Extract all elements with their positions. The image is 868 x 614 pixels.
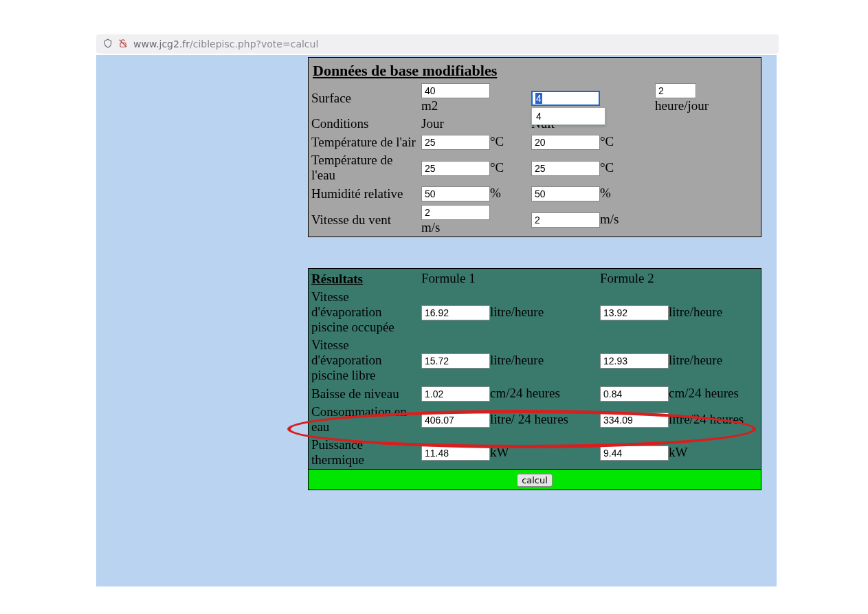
surface-input[interactable] [421,83,490,98]
conso-f1[interactable] [421,413,490,428]
vent-day-input[interactable] [421,205,490,220]
teau-label: Température de l'eau [309,151,419,184]
pth-label: Puissance thermique [309,436,419,469]
hum-night-input[interactable] [531,186,600,201]
vent-label: Vitesse du vent [309,203,419,237]
baisse-f1[interactable] [421,386,490,402]
input-panel: Données de base modifiables Surface m2 4… [308,57,761,237]
lock-slash-icon [118,39,128,50]
col2-select-input[interactable]: 4 [531,91,600,106]
page-background: Données de base modifiables Surface m2 4… [96,55,777,586]
evap-lib-f1[interactable] [421,353,490,369]
col2-select-dropdown[interactable]: 4 [531,107,605,125]
evap-occ-f1[interactable] [421,305,490,320]
input-panel-title: Données de base modifiables [309,58,761,81]
teau-night-input[interactable] [531,161,600,176]
tair-day-input[interactable] [421,135,490,150]
calcul-button[interactable]: calcul [517,474,553,487]
url-text: www.jcg2.fr/ciblepisc.php?vote=calcul [133,39,318,50]
hum-day-input[interactable] [421,186,490,201]
evap-lib-f2[interactable] [600,353,669,369]
baisse-label: Baisse de niveau [309,384,419,403]
teau-day-input[interactable] [421,161,490,176]
address-bar[interactable]: www.jcg2.fr/ciblepisc.php?vote=calcul [96,34,779,54]
pth-f1[interactable] [421,446,490,461]
conditions-day: Jour [419,115,528,133]
evap-occ-label: Vitesse d'évaporation piscine occupée [309,288,419,336]
conso-label: Consommation en eau [309,403,419,436]
vent-night-input[interactable] [531,212,600,228]
results-panel: Résultats Formule 1 Formule 2 Vitesse d'… [308,268,761,470]
tair-night-input[interactable] [531,135,600,150]
surface-unit: m2 [421,98,438,113]
results-title: Résultats [309,269,419,288]
conditions-label: Conditions [309,115,419,133]
conso-f2[interactable] [600,413,669,428]
evap-occ-f2[interactable] [600,305,669,320]
tair-label: Température de l'air [309,133,419,151]
hours-input[interactable] [655,83,696,98]
pth-f2[interactable] [600,446,669,461]
hours-unit: heure/jour [655,98,709,113]
calc-row: calcul [308,470,761,490]
formula1-header: Formule 1 [419,269,597,288]
shield-icon [103,39,113,50]
baisse-f2[interactable] [600,386,669,402]
formula2-header: Formule 2 [597,269,761,288]
surface-label: Surface [309,81,419,115]
hum-label: Humidité relative [309,184,419,203]
evap-lib-label: Vitesse d'évaporation piscine libre [309,336,419,384]
